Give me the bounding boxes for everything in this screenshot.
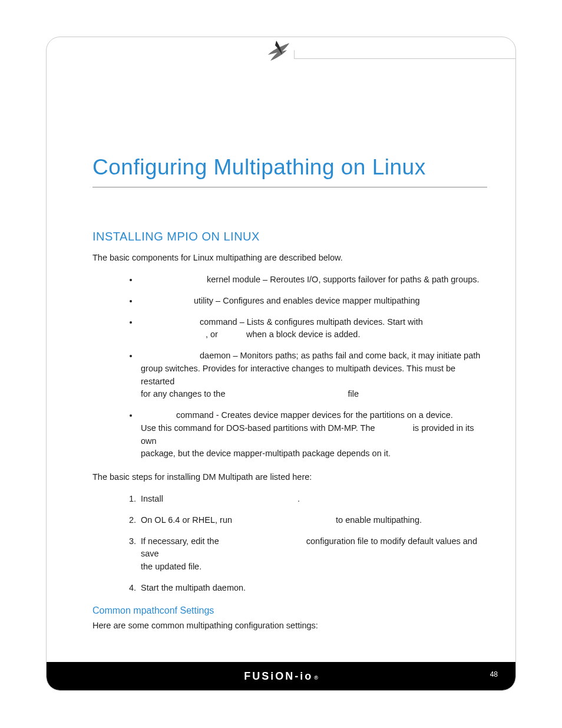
step-text: Install [141,494,163,503]
list-text: when a block device is added. [246,330,360,339]
page: Configuring Multipathing on Linux INSTAL… [0,0,562,728]
install-steps: Install. On OL 6.4 or RHEL, run to enabl… [138,493,481,595]
subsection-heading: Common mpathconf Settings [92,605,487,616]
step-text: If necessary, edit the [141,536,219,546]
header-rule-stub [294,50,295,58]
list-text: group switches. Provides for interactive… [141,364,455,386]
list-text: Use this command for DOS-based partition… [141,423,375,433]
page-frame: Configuring Multipathing on Linux INSTAL… [46,37,516,691]
registered-mark-icon: ® [314,675,318,681]
header-rule [294,58,515,59]
list-text: for any changes to the [141,389,226,398]
list-text: command - Creates device mapper devices … [176,410,453,420]
content-area: Configuring Multipathing on Linux INSTAL… [92,155,487,632]
list-item: command – Lists & configures multipath d… [138,316,481,342]
list-text: file [348,389,359,398]
title-rule [92,187,487,187]
list-text: package, but the device mapper-multipath… [141,449,391,458]
list-item: kernel module – Reroutes I/O, supports f… [138,274,481,286]
list-text: command – Lists & configures multipath d… [200,317,423,327]
brand-part: iO [300,670,313,683]
list-item: command - Creates device mapper devices … [138,409,481,460]
list-text: utility – Configures and enables device … [194,296,420,305]
list-item: Install. [138,493,481,506]
page-number: 48 [490,670,498,678]
list-text: kernel module – Reroutes I/O, supports f… [207,275,480,284]
step-text: . [297,494,300,503]
list-item: If necessary, edit the configuration fil… [138,535,481,574]
subsection-paragraph: Here are some common multipathing config… [92,620,487,632]
step-text: the updated file. [141,562,201,571]
section-heading: INSTALLING MPIO ON LINUX [92,230,487,243]
component-list: kernel module – Reroutes I/O, supports f… [138,274,481,460]
step-text: to enable multipathing. [336,515,422,525]
list-item: Start the multipath daemon. [138,582,481,595]
brand-part: i [270,670,275,683]
list-item: On OL 6.4 or RHEL, run to enable multipa… [138,514,481,527]
list-text: , or [206,330,218,339]
list-text: daemon – Monitors paths; as paths fail a… [200,351,480,360]
intro-paragraph: The basic components for Linux multipath… [92,252,487,264]
list-item: daemon – Monitors paths; as paths fail a… [138,350,481,401]
fusion-io-wordmark: FUSiON-iO® [244,670,318,683]
list-item: utility – Configures and enables device … [138,295,481,308]
brand-part: ON- [275,670,300,683]
fusion-io-glyph-icon [265,37,293,65]
brand-part: FUS [244,670,270,683]
page-title: Configuring Multipathing on Linux [92,155,487,180]
step-text: Start the multipath daemon. [141,583,246,592]
step-text: On OL 6.4 or RHEL, run [141,515,232,525]
page-footer: FUSiON-iO® 48 [47,662,515,690]
steps-intro: The basic steps for installing DM Multip… [92,471,487,483]
